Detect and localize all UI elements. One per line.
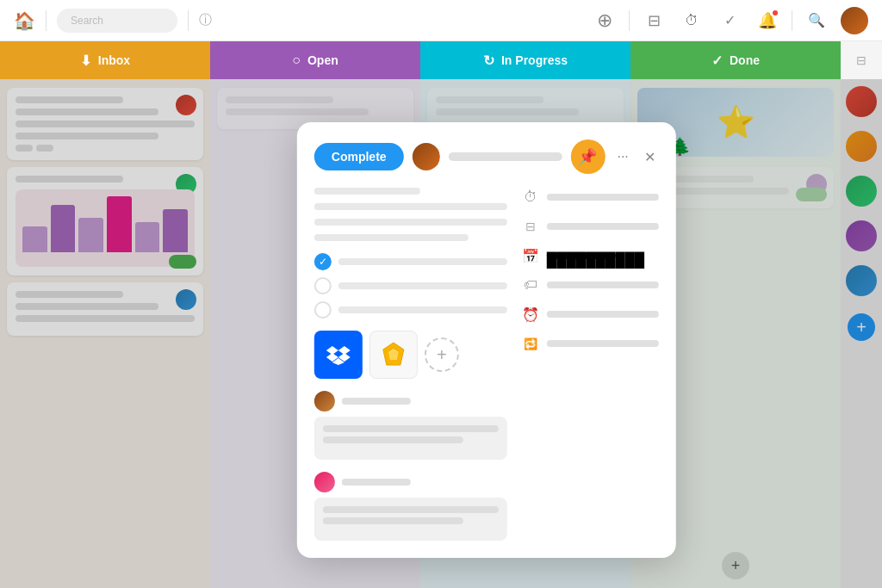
- assignee-icon: ⊟: [521, 217, 540, 236]
- col-header-done[interactable]: ✓ Done: [630, 41, 841, 79]
- search-icon[interactable]: 🔍: [803, 7, 830, 34]
- modal-left: ✓: [314, 188, 507, 541]
- comment-header-2: [314, 472, 507, 492]
- comment-text-2: [323, 436, 463, 443]
- tag-value: [547, 282, 659, 288]
- checkbox-1[interactable]: ✓: [314, 253, 332, 270]
- comment-1: [314, 391, 507, 460]
- search-placeholder: Search: [71, 15, 103, 27]
- checkbox-2[interactable]: [314, 277, 332, 294]
- done-label: Done: [730, 53, 760, 67]
- filter-icon[interactable]: ⊟: [640, 7, 668, 34]
- nav-divider-4: [792, 10, 792, 31]
- commenter-avatar-1: [314, 391, 335, 412]
- collapse-icon: ⊟: [856, 53, 866, 67]
- check-line-2: [339, 282, 507, 289]
- inprogress-label: In Progress: [501, 53, 568, 67]
- comment-text-4: [323, 517, 463, 524]
- commenter-name-1: [342, 398, 411, 405]
- checklist: ✓: [314, 253, 507, 319]
- done-icon: ✓: [711, 53, 723, 69]
- open-icon: ○: [292, 53, 301, 68]
- complete-button[interactable]: Complete: [314, 143, 404, 170]
- repeat-value: [547, 340, 659, 347]
- calendar-icon: 📅: [521, 246, 540, 265]
- check-icon[interactable]: ✓: [716, 7, 743, 34]
- col-header-inbox[interactable]: ⬇ Inbox: [0, 41, 210, 79]
- modal-title-line: [449, 152, 562, 161]
- check-line-3: [339, 306, 507, 313]
- columns-header: ⬇ Inbox ○ Open ↻ In Progress ✓ Done ⊟: [0, 41, 882, 79]
- reminder-icon: ⏰: [521, 305, 540, 324]
- dropbox-icon: [326, 344, 351, 365]
- modal-user-avatar: [413, 143, 440, 170]
- comment-header-1: [314, 391, 507, 412]
- nav-divider: [46, 10, 47, 31]
- close-button[interactable]: ✕: [641, 145, 659, 169]
- dropbox-attachment[interactable]: [314, 331, 363, 379]
- check-item-2[interactable]: [314, 277, 507, 294]
- right-row-repeat: 🔁: [521, 334, 659, 353]
- right-row-timer: ⏱: [521, 188, 659, 207]
- desc-line-1: [314, 188, 420, 195]
- check-item-3[interactable]: [314, 301, 507, 319]
- date-value: ██████████: [547, 252, 616, 259]
- comment-text-1: [323, 425, 499, 432]
- comment-text-3: [323, 506, 499, 513]
- col-header-inprogress[interactable]: ↻ In Progress: [420, 41, 630, 79]
- desc-line-4: [314, 234, 469, 241]
- assignee-value: [547, 223, 659, 230]
- task-modal: Complete 📌 ··· ✕ ✓: [297, 122, 676, 558]
- home-icon[interactable]: 🏠: [14, 10, 35, 31]
- right-row-reminder: ⏰: [521, 305, 659, 324]
- add-attachment-button[interactable]: +: [425, 337, 459, 372]
- desc-line-3: [314, 219, 507, 226]
- desc-line-2: [314, 203, 507, 210]
- top-nav: 🏠 Search ⓘ ⊕ ⊟ ⏱ ✓ 🔔 🔍: [0, 0, 882, 41]
- col-header-open[interactable]: ○ Open: [210, 41, 420, 79]
- modal-header: Complete 📌 ··· ✕: [314, 139, 659, 174]
- attachments: +: [314, 331, 507, 379]
- timer-field-icon: ⏱: [521, 188, 540, 207]
- right-row-assignee: ⊟: [521, 217, 659, 236]
- user-avatar[interactable]: [841, 7, 868, 34]
- nav-divider-2: [188, 10, 189, 31]
- search-bar[interactable]: Search: [57, 9, 177, 33]
- main-area: 🌲 🌲 ⭐ + + Complete 📌 ···: [0, 79, 882, 588]
- more-button[interactable]: ···: [613, 145, 631, 168]
- inprogress-icon: ↻: [483, 53, 494, 69]
- col-header-extra[interactable]: ⊟: [841, 41, 882, 79]
- sketch-attachment[interactable]: [370, 331, 418, 379]
- tag-icon: 🏷: [521, 275, 540, 294]
- check-line-1: [339, 258, 507, 265]
- sketch-icon: [380, 341, 407, 368]
- modal-body: ✓: [314, 188, 659, 541]
- timer-value: [547, 194, 659, 201]
- extra-info: [521, 367, 659, 371]
- modal-right: ⏱ ⊟ 📅 ██████████ 🏷: [521, 188, 659, 541]
- right-row-date[interactable]: 📅 ██████████: [521, 246, 659, 265]
- checkbox-3[interactable]: [314, 301, 332, 319]
- add-icon[interactable]: ⊕: [591, 7, 618, 34]
- pin-button[interactable]: 📌: [570, 139, 605, 174]
- open-label: Open: [307, 53, 339, 67]
- inbox-label: Inbox: [98, 53, 130, 67]
- commenter-avatar-2: [314, 472, 335, 492]
- bell-icon[interactable]: 🔔: [754, 7, 781, 34]
- comment-bubble-2[interactable]: [314, 498, 507, 541]
- notification-badge: [771, 9, 780, 17]
- nav-divider-3: [629, 10, 630, 31]
- commenter-name-2: [342, 479, 411, 486]
- info-icon[interactable]: ⓘ: [199, 12, 212, 28]
- check-item-1[interactable]: ✓: [314, 253, 507, 270]
- comment-bubble-1[interactable]: [314, 417, 507, 460]
- inbox-icon: ⬇: [80, 53, 91, 69]
- right-row-tag: 🏷: [521, 275, 659, 294]
- comment-2: [314, 472, 507, 541]
- timer-icon[interactable]: ⏱: [678, 7, 705, 34]
- repeat-icon: 🔁: [521, 334, 540, 353]
- reminder-value: [547, 311, 659, 318]
